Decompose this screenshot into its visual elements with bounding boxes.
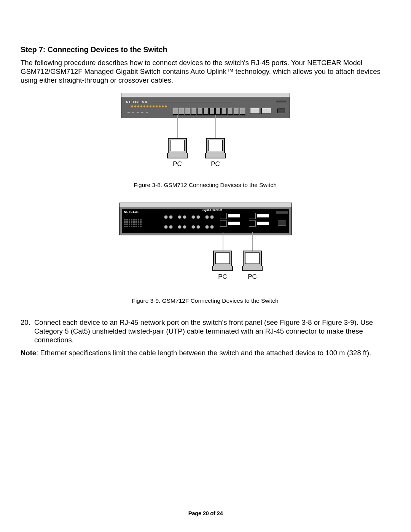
pc-label: PC [242,273,263,281]
figure-gsm712: NETGEAR PC [21,93,390,189]
note-label: Note [21,349,36,357]
switch-brand-label: NETGEAR [126,101,148,104]
pc-icon: PC [167,138,188,168]
page-footer: Page 20 of 24 [21,507,390,516]
switch-brand-label: NETGEAR [124,211,140,213]
pc-label: PC [212,273,233,281]
rj45-port-row [173,108,245,115]
gigabit-ethernet-label: Gigabit Ethernet [202,209,222,212]
step-text: Connect each device to an RJ-45 network … [34,318,390,344]
page-number: Page 20 of 24 [21,510,390,516]
figure-gsm712f: NETGEAR Gigabit Ethernet [21,203,390,304]
pc-icon: PC [205,138,226,168]
pc-icon: PC [212,251,233,281]
cable-icon [215,115,216,139]
cable-icon [177,115,178,139]
note-paragraph: Note: Ethernet specifications limit the … [21,348,390,357]
cable-icon [252,232,253,251]
serial-port [277,109,285,113]
gbic-slots [250,108,271,114]
cable-icon [223,232,223,251]
section-heading: Step 7: Connecting Devices to the Switch [21,45,390,54]
switch-gsm712f-illustration: NETGEAR Gigabit Ethernet [119,203,292,235]
step-number: 20. [21,318,34,344]
pc-label: PC [167,160,188,168]
numbered-step: 20. Connect each device to an RJ-45 netw… [21,318,390,344]
figure-caption: Figure 3-8. GSM712 Connecting Devices to… [21,181,390,189]
serial-port [278,220,286,226]
rj45-combo-ports [220,213,240,227]
figure-caption: Figure 3-9. GSM712F Connecting Devices t… [21,297,390,304]
pc-label: PC [205,160,226,168]
fiber-port-grid [161,213,216,231]
intro-paragraph: The following procedure describes how to… [21,58,390,85]
note-text: : Ethernet specifications limit the cabl… [36,349,371,357]
pc-icon: PC [242,251,263,281]
rj45-combo-ports [249,213,269,227]
switch-gsm712-illustration: NETGEAR [121,93,290,118]
